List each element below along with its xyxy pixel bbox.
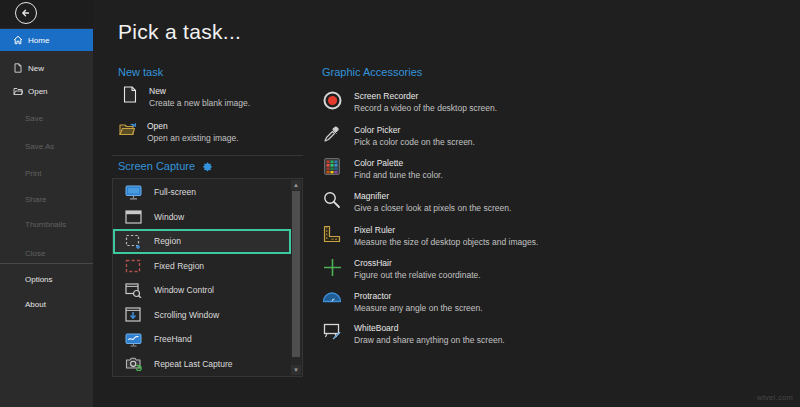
- accessory-color-picker[interactable]: Color Picker Pick a color code on the sc…: [322, 124, 475, 148]
- task-open[interactable]: Open Open an existing image.: [119, 120, 239, 144]
- sidebar-item-print: Print: [0, 162, 93, 184]
- back-button[interactable]: [15, 2, 37, 24]
- scrolling-window-icon: [125, 307, 142, 322]
- accessory-title: Protractor: [354, 290, 483, 302]
- sidebar-item-label: Options: [25, 275, 53, 284]
- whiteboard-icon: [322, 323, 342, 340]
- capture-item-label: Region: [154, 236, 181, 246]
- task-description: Create a new blank image.: [149, 97, 250, 109]
- color-picker-icon: [322, 125, 342, 143]
- accessory-protractor[interactable]: Protractor Measure any angle on the scre…: [322, 290, 483, 314]
- accessory-description: Measure the size of desktop objects and …: [354, 236, 538, 248]
- scrollbar-down-arrow-icon[interactable]: ▼: [291, 365, 301, 375]
- accessory-magnifier[interactable]: Magnifier Give a closer look at pixels o…: [322, 190, 511, 214]
- sidebar-item-label: Open: [28, 87, 48, 96]
- screen-capture-list: Full-screen Window Region Fixed Region: [112, 178, 303, 377]
- sidebar: Home New Open Save Save As Print Share: [0, 0, 93, 407]
- region-icon: [125, 234, 142, 249]
- sidebar-item-label: Home: [28, 36, 49, 45]
- window-control-icon: [125, 283, 142, 298]
- back-arrow-icon: [20, 7, 32, 19]
- task-new[interactable]: New Create a new blank image.: [121, 85, 250, 109]
- back-strip: [0, 0, 93, 28]
- accessory-description: Find and tune the color.: [354, 169, 443, 181]
- capture-item-label: Full-screen: [154, 187, 196, 197]
- sidebar-item-share: Share: [0, 188, 93, 210]
- accessory-title: Pixel Ruler: [354, 224, 538, 236]
- sidebar-item-label: Close: [25, 249, 45, 258]
- capture-item-freehand[interactable]: FreeHand: [113, 327, 291, 352]
- graphic-accessories-header: Graphic Accessories: [322, 66, 422, 78]
- scrollbar-thumb[interactable]: [292, 191, 300, 357]
- protractor-icon: [322, 291, 342, 303]
- home-icon: [13, 35, 23, 45]
- accessory-title: CrossHair: [354, 257, 481, 269]
- accessory-description: Record a video of the desktop screen.: [354, 102, 497, 114]
- sidebar-item-label: New: [28, 64, 44, 73]
- sidebar-item-save: Save: [0, 107, 93, 129]
- crosshair-icon: [322, 258, 342, 277]
- accessory-description: Pick a color code on the screen.: [354, 136, 475, 148]
- accessory-color-palette[interactable]: Color Palette Find and tune the color.: [322, 157, 443, 181]
- sidebar-item-label: Save As: [25, 142, 54, 151]
- capture-item-window[interactable]: Window: [113, 205, 291, 230]
- capture-item-region[interactable]: Region: [113, 229, 291, 254]
- accessory-description: Figure out the relative coordinate.: [354, 269, 481, 281]
- new-document-icon: [121, 86, 139, 103]
- capture-item-label: Repeat Last Capture: [154, 359, 232, 369]
- task-title: Open: [147, 120, 239, 132]
- sidebar-item-about[interactable]: About: [0, 293, 93, 315]
- freehand-icon: [125, 332, 142, 347]
- accessory-title: Color Palette: [354, 157, 443, 169]
- sidebar-divider: [0, 263, 93, 264]
- settings-gear-icon[interactable]: [202, 161, 213, 174]
- accessory-title: Screen Recorder: [354, 90, 497, 102]
- magnifier-icon: [322, 191, 342, 209]
- capture-item-label: Window Control: [154, 285, 214, 295]
- sidebar-item-open[interactable]: Open: [0, 80, 93, 102]
- picpick-backstage: Home New Open Save Save As Print Share: [0, 0, 800, 407]
- capture-item-label: Window: [154, 212, 184, 222]
- new-task-header: New task: [118, 66, 163, 78]
- color-palette-icon: [322, 158, 342, 175]
- accessory-pixel-ruler[interactable]: Pixel Ruler Measure the size of desktop …: [322, 224, 538, 248]
- page-title: Pick a task...: [118, 20, 241, 44]
- accessory-screen-recorder[interactable]: Screen Recorder Record a video of the de…: [322, 90, 497, 114]
- accessory-description: Give a closer look at pixels on the scre…: [354, 202, 511, 214]
- repeat-capture-icon: [125, 356, 142, 371]
- capture-item-label: FreeHand: [154, 334, 192, 344]
- sidebar-item-options[interactable]: Options: [0, 268, 93, 290]
- task-description: Open an existing image.: [147, 132, 239, 144]
- scrollbar-up-arrow-icon[interactable]: ▲: [291, 180, 301, 190]
- new-document-icon: [13, 63, 23, 73]
- capture-item-scrolling-window[interactable]: Scrolling Window: [113, 303, 291, 328]
- screen-capture-header-label: Screen Capture: [118, 160, 195, 172]
- sidebar-item-home[interactable]: Home: [0, 29, 93, 51]
- open-folder-icon: [119, 121, 137, 137]
- capture-item-window-control[interactable]: Window Control: [113, 278, 291, 303]
- sidebar-item-label: About: [25, 300, 46, 309]
- pixel-ruler-icon: [322, 225, 342, 243]
- accessory-whiteboard[interactable]: WhiteBoard Draw and share anything on th…: [322, 322, 505, 346]
- section-divider: [112, 155, 303, 156]
- accessory-description: Measure any angle on the screen.: [354, 302, 483, 314]
- task-title: New: [149, 85, 250, 97]
- sidebar-item-thumbnails: Thumbnails: [0, 213, 93, 235]
- capture-item-repeat-last-capture[interactable]: Repeat Last Capture: [113, 352, 291, 377]
- accessory-crosshair[interactable]: CrossHair Figure out the relative coordi…: [322, 257, 481, 281]
- screen-recorder-icon: [322, 91, 342, 110]
- accessory-title: Magnifier: [354, 190, 511, 202]
- sidebar-item-label: Save: [25, 114, 43, 123]
- sidebar-item-label: Thumbnails: [25, 220, 66, 229]
- capture-item-fixed-region[interactable]: Fixed Region: [113, 254, 291, 279]
- watermark: wtvel.com: [757, 393, 793, 402]
- accessory-description: Draw and share anything on the screen.: [354, 334, 505, 346]
- sidebar-item-new[interactable]: New: [0, 57, 93, 79]
- screen-capture-header: Screen Capture: [118, 160, 213, 174]
- fixed-region-icon: [125, 259, 142, 273]
- capture-list-scrollbar[interactable]: ▲ ▼: [291, 180, 301, 375]
- open-folder-icon: [13, 86, 23, 96]
- sidebar-item-save-as: Save As: [0, 135, 93, 157]
- screen-capture-rows: Full-screen Window Region Fixed Region: [113, 180, 291, 376]
- capture-item-full-screen[interactable]: Full-screen: [113, 180, 291, 205]
